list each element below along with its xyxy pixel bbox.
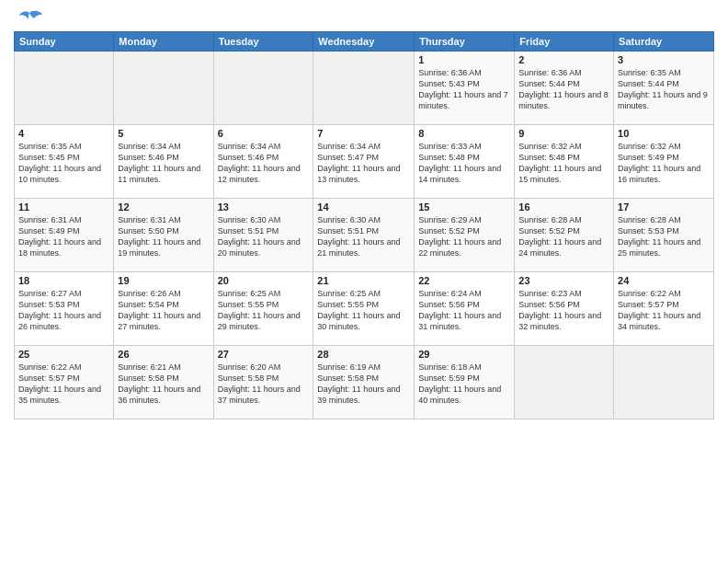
day-detail: Sunrise: 6:34 AM Sunset: 5:46 PM Dayligh…: [118, 141, 209, 186]
day-number: 14: [317, 201, 410, 213]
week-row-1: 4Sunrise: 6:35 AM Sunset: 5:45 PM Daylig…: [15, 125, 714, 199]
day-cell: 29Sunrise: 6:18 AM Sunset: 5:59 PM Dayli…: [415, 346, 515, 419]
day-detail: Sunrise: 6:28 AM Sunset: 5:53 PM Dayligh…: [618, 214, 710, 259]
day-cell: 8Sunrise: 6:33 AM Sunset: 5:48 PM Daylig…: [415, 125, 515, 199]
day-detail: Sunrise: 6:21 AM Sunset: 5:58 PM Dayligh…: [118, 362, 209, 407]
day-detail: Sunrise: 6:25 AM Sunset: 5:55 PM Dayligh…: [218, 288, 310, 333]
week-row-4: 25Sunrise: 6:22 AM Sunset: 5:57 PM Dayli…: [15, 346, 714, 419]
day-header-thursday: Thursday: [415, 32, 515, 52]
day-cell: [15, 52, 114, 125]
day-cell: [313, 52, 415, 125]
day-number: 28: [317, 349, 410, 360]
day-number: 18: [18, 275, 109, 286]
day-number: 25: [18, 349, 109, 360]
calendar-body: 1Sunrise: 6:36 AM Sunset: 5:43 PM Daylig…: [15, 52, 714, 419]
day-detail: Sunrise: 6:29 AM Sunset: 5:52 PM Dayligh…: [418, 214, 510, 259]
day-number: 22: [418, 275, 510, 286]
day-cell: 21Sunrise: 6:25 AM Sunset: 5:55 PM Dayli…: [313, 272, 415, 346]
day-detail: Sunrise: 6:27 AM Sunset: 5:53 PM Dayligh…: [18, 288, 109, 333]
day-header-saturday: Saturday: [614, 32, 714, 52]
day-header-wednesday: Wednesday: [313, 32, 415, 52]
day-detail: Sunrise: 6:26 AM Sunset: 5:54 PM Dayligh…: [118, 288, 209, 333]
day-header-sunday: Sunday: [15, 32, 114, 52]
week-row-3: 18Sunrise: 6:27 AM Sunset: 5:53 PM Dayli…: [15, 272, 714, 346]
day-number: 16: [518, 201, 609, 213]
day-number: 17: [618, 201, 710, 213]
day-cell: 4Sunrise: 6:35 AM Sunset: 5:45 PM Daylig…: [15, 125, 114, 199]
day-cell: [114, 52, 213, 125]
day-cell: 28Sunrise: 6:19 AM Sunset: 5:58 PM Dayli…: [313, 346, 415, 419]
week-row-2: 11Sunrise: 6:31 AM Sunset: 5:49 PM Dayli…: [15, 199, 714, 272]
day-number: 9: [518, 128, 609, 139]
day-detail: Sunrise: 6:22 AM Sunset: 5:57 PM Dayligh…: [618, 288, 710, 333]
day-number: 2: [518, 54, 609, 65]
day-cell: [614, 346, 714, 419]
day-detail: Sunrise: 6:32 AM Sunset: 5:49 PM Dayligh…: [618, 141, 710, 186]
day-cell: 9Sunrise: 6:32 AM Sunset: 5:48 PM Daylig…: [515, 125, 614, 199]
day-number: 3: [618, 54, 710, 65]
day-number: 20: [218, 275, 310, 286]
day-cell: 25Sunrise: 6:22 AM Sunset: 5:57 PM Dayli…: [15, 346, 114, 419]
day-detail: Sunrise: 6:18 AM Sunset: 5:59 PM Dayligh…: [418, 362, 510, 407]
day-number: 11: [18, 201, 109, 213]
day-cell: 11Sunrise: 6:31 AM Sunset: 5:49 PM Dayli…: [15, 199, 114, 272]
day-cell: 17Sunrise: 6:28 AM Sunset: 5:53 PM Dayli…: [614, 199, 714, 272]
day-cell: 6Sunrise: 6:34 AM Sunset: 5:46 PM Daylig…: [213, 125, 313, 199]
day-number: 1: [418, 54, 510, 65]
day-detail: Sunrise: 6:25 AM Sunset: 5:55 PM Dayligh…: [317, 288, 410, 333]
day-detail: Sunrise: 6:23 AM Sunset: 5:56 PM Dayligh…: [518, 288, 609, 333]
day-detail: Sunrise: 6:30 AM Sunset: 5:51 PM Dayligh…: [317, 214, 410, 259]
day-cell: 13Sunrise: 6:30 AM Sunset: 5:51 PM Dayli…: [213, 199, 313, 272]
day-number: 6: [218, 128, 310, 139]
day-cell: 1Sunrise: 6:36 AM Sunset: 5:43 PM Daylig…: [415, 52, 515, 125]
day-number: 21: [317, 275, 410, 286]
day-cell: 19Sunrise: 6:26 AM Sunset: 5:54 PM Dayli…: [114, 272, 213, 346]
day-detail: Sunrise: 6:36 AM Sunset: 5:43 PM Dayligh…: [418, 67, 510, 112]
day-header-tuesday: Tuesday: [213, 32, 313, 52]
calendar: SundayMondayTuesdayWednesdayThursdayFrid…: [14, 31, 714, 419]
day-detail: Sunrise: 6:33 AM Sunset: 5:48 PM Dayligh…: [418, 141, 510, 186]
day-cell: 15Sunrise: 6:29 AM Sunset: 5:52 PM Dayli…: [415, 199, 515, 272]
day-detail: Sunrise: 6:32 AM Sunset: 5:48 PM Dayligh…: [518, 141, 609, 186]
day-number: 15: [418, 201, 510, 213]
day-number: 19: [118, 275, 209, 286]
day-detail: Sunrise: 6:19 AM Sunset: 5:58 PM Dayligh…: [317, 362, 410, 407]
day-cell: 18Sunrise: 6:27 AM Sunset: 5:53 PM Dayli…: [15, 272, 114, 346]
day-cell: 5Sunrise: 6:34 AM Sunset: 5:46 PM Daylig…: [114, 125, 213, 199]
day-cell: 16Sunrise: 6:28 AM Sunset: 5:52 PM Dayli…: [515, 199, 614, 272]
day-detail: Sunrise: 6:35 AM Sunset: 5:45 PM Dayligh…: [18, 141, 109, 186]
day-number: 12: [118, 201, 209, 213]
day-detail: Sunrise: 6:28 AM Sunset: 5:52 PM Dayligh…: [518, 214, 609, 259]
day-detail: Sunrise: 6:36 AM Sunset: 5:44 PM Dayligh…: [518, 67, 609, 112]
day-detail: Sunrise: 6:20 AM Sunset: 5:58 PM Dayligh…: [218, 362, 310, 407]
day-number: 8: [418, 128, 510, 139]
day-detail: Sunrise: 6:31 AM Sunset: 5:50 PM Dayligh…: [118, 214, 209, 259]
day-number: 4: [18, 128, 109, 139]
day-cell: 12Sunrise: 6:31 AM Sunset: 5:50 PM Dayli…: [114, 199, 213, 272]
day-cell: 14Sunrise: 6:30 AM Sunset: 5:51 PM Dayli…: [313, 199, 415, 272]
day-cell: 27Sunrise: 6:20 AM Sunset: 5:58 PM Dayli…: [213, 346, 313, 419]
day-cell: 22Sunrise: 6:24 AM Sunset: 5:56 PM Dayli…: [415, 272, 515, 346]
day-detail: Sunrise: 6:35 AM Sunset: 5:44 PM Dayligh…: [618, 67, 710, 112]
day-cell: 10Sunrise: 6:32 AM Sunset: 5:49 PM Dayli…: [614, 125, 714, 199]
day-number: 27: [218, 349, 310, 360]
day-detail: Sunrise: 6:22 AM Sunset: 5:57 PM Dayligh…: [18, 362, 109, 407]
day-number: 29: [418, 349, 510, 360]
day-cell: [515, 346, 614, 419]
day-number: 10: [618, 128, 710, 139]
logo: [14, 9, 43, 26]
day-cell: 2Sunrise: 6:36 AM Sunset: 5:44 PM Daylig…: [515, 52, 614, 125]
day-detail: Sunrise: 6:31 AM Sunset: 5:49 PM Dayligh…: [18, 214, 109, 259]
day-cell: 24Sunrise: 6:22 AM Sunset: 5:57 PM Dayli…: [614, 272, 714, 346]
day-cell: [213, 52, 313, 125]
day-cell: 23Sunrise: 6:23 AM Sunset: 5:56 PM Dayli…: [515, 272, 614, 346]
day-number: 5: [118, 128, 209, 139]
day-header-monday: Monday: [114, 32, 213, 52]
day-detail: Sunrise: 6:34 AM Sunset: 5:47 PM Dayligh…: [317, 141, 410, 186]
day-cell: 20Sunrise: 6:25 AM Sunset: 5:55 PM Dayli…: [213, 272, 313, 346]
day-number: 23: [518, 275, 609, 286]
day-number: 7: [317, 128, 410, 139]
day-detail: Sunrise: 6:30 AM Sunset: 5:51 PM Dayligh…: [218, 214, 310, 259]
header: [14, 9, 714, 26]
day-cell: 7Sunrise: 6:34 AM Sunset: 5:47 PM Daylig…: [313, 125, 415, 199]
